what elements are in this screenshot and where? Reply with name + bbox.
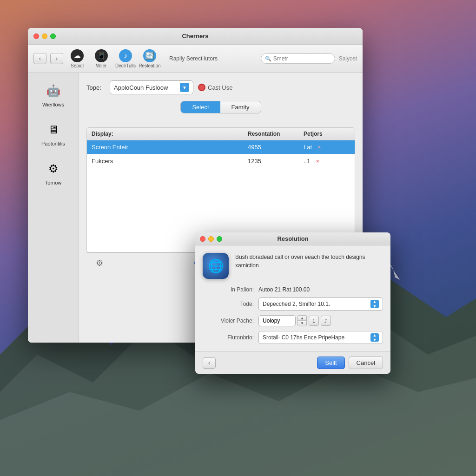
stepper-arrows: ▲ ▼ (298, 315, 307, 326)
maximize-button[interactable] (50, 33, 56, 39)
tornow-icon: ⚙ (44, 159, 63, 178)
stepper-icon-btn1[interactable]: 1 (309, 316, 319, 326)
cancel-button[interactable]: Cancel (349, 357, 383, 369)
dialog-traffic-lights (200, 236, 222, 242)
cast-icon (198, 84, 205, 91)
violer-pache-stepper-group: ▲ ▼ 1 ⤴ (258, 315, 331, 326)
tode-select-arrow-icon: ▲▼ (370, 300, 379, 308)
flutonbrio-row: Flutonbrio: Srotall· C0 17hs Ence PripeH… (203, 331, 383, 344)
sidebar-item-paotontilis[interactable]: 🖥 Paotontilis (33, 118, 74, 149)
toolbar-sepiol-button[interactable]: ☁ Sepiol (67, 48, 87, 69)
sepiol-icon: ☁ (71, 49, 84, 62)
stepper-down-button[interactable]: ▼ (298, 321, 306, 326)
search-bar[interactable]: 🔍 (261, 53, 335, 64)
flutonbrio-value: Srotall· C0 17hs Ence PripeHape (263, 334, 370, 341)
row1-display: Screon Enteir (92, 144, 248, 151)
seg-family-button[interactable]: Famity (220, 101, 261, 113)
table-row[interactable]: Fukcers 1235 ..1 × (87, 154, 355, 168)
tode-row: Tode: Depecched 2, Smiffor 10.1. ▲▼ (203, 298, 383, 311)
dialog-title: Resolution (277, 235, 308, 242)
segmented-control: Select Famity (180, 101, 261, 113)
dialog-footer: ‹ Sellt Cancel (195, 351, 390, 374)
window-title: Cherners (182, 33, 208, 40)
tode-select[interactable]: Depecched 2, Smiffor 10.1. ▲▼ (258, 298, 383, 311)
dialog-header-row: 🌐 Bush doradead call or oven eeach the t… (203, 253, 383, 279)
paotontilis-label: Paotontilis (41, 141, 65, 146)
sidebar: 🤖 Wierllows 🖥 Paotontilis ⚙ Tornow (28, 73, 79, 343)
search-icon: 🔍 (265, 56, 271, 62)
type-select-dropdown[interactable]: ApploCoun Fusloow ▼ (110, 80, 193, 94)
toolbar-resleation-button[interactable]: 🔄 Resleation (139, 48, 160, 69)
row1-remove-button[interactable]: × (317, 144, 321, 151)
cast-use-label: Cast Use (208, 84, 232, 91)
forward-nav-button[interactable]: › (50, 53, 63, 64)
wiler-icon: 📱 (95, 49, 108, 62)
raplly-button[interactable]: Raplly Serect·lutors (167, 54, 219, 63)
dialog-close-button[interactable] (200, 236, 205, 242)
violer-pache-label: Violer Pache: (203, 317, 254, 324)
main-window-titlebar: Cherners (28, 28, 363, 45)
in-palion-label: In Palion: (203, 286, 254, 293)
wiler-label: Wiler (96, 63, 107, 68)
type-value: ApploCoun Fusloow (114, 84, 177, 91)
in-palion-row: In Palion: Autoo 21 Rat 100.00 (203, 286, 383, 293)
dialog-body: 🌐 Bush doradead call or oven eeach the t… (195, 245, 390, 351)
row1-petjors-cell: Lat × (304, 144, 350, 151)
toolbar-declrtulls-button[interactable]: ♪ DeclrTulls (115, 48, 136, 69)
row2-petjors: ..1 (304, 158, 310, 165)
tode-label: Tode: (203, 301, 254, 307)
dialog-minimize-button[interactable] (208, 236, 214, 242)
sellt-button[interactable]: Sellt (317, 357, 344, 369)
paotontilis-icon: 🖥 (44, 120, 63, 139)
row2-remove-button[interactable]: × (316, 158, 319, 165)
flutonbrio-select-arrow-icon: ▲▼ (370, 333, 379, 342)
row2-display: Fukcers (92, 158, 248, 165)
dialog-maximize-button[interactable] (217, 236, 222, 242)
dialog-app-icon: 🌐 (203, 253, 229, 279)
row1-resolution: 4955 (248, 144, 304, 151)
dialog-titlebar: Resolution (195, 232, 390, 245)
table-header: Display: Resontation Petjors (87, 128, 355, 140)
toolbar: ‹ › ☁ Sepiol 📱 Wiler ♪ DeclrTulls 🔄 Resl… (28, 45, 363, 73)
type-row: Tope: ApploCoun Fusloow ▼ Cast Use (86, 80, 355, 94)
type-select-arrow-icon: ▼ (180, 83, 189, 92)
col-resolution-header: Resontation (248, 131, 304, 137)
resolution-dialog: Resolution 🌐 Bush doradead call or oven … (195, 232, 390, 374)
table-row[interactable]: Screon Enteir 4955 Lat × (87, 140, 355, 154)
violer-pache-row: Violer Pache: ▲ ▼ 1 ⤴ (203, 315, 383, 326)
sepiol-label: Sepiol (71, 63, 84, 68)
tode-value: Depecched 2, Smiffor 10.1. (263, 301, 370, 307)
flutonbrio-label: Flutonbrio: (203, 334, 254, 341)
violer-pache-input[interactable] (258, 315, 296, 326)
segmented-control-container: Select Famity (86, 101, 355, 121)
row2-petjors-cell: ..1 × (304, 158, 350, 165)
stepper-up-button[interactable]: ▲ (298, 316, 306, 321)
row1-petjors: Lat (304, 144, 312, 151)
stepper-icon-btn2[interactable]: ⤴ (321, 316, 331, 326)
in-palion-value: Autoo 21 Rat 100.00 (258, 286, 310, 293)
app-icon-glyph: 🌐 (208, 258, 224, 274)
row2-resolution: 1235 (248, 158, 304, 165)
flutonbrio-select[interactable]: Srotall· C0 17hs Ence PripeHape ▲▼ (258, 331, 383, 344)
sidebar-item-tornow[interactable]: ⚙ Tornow (33, 157, 74, 188)
type-label: Tope: (86, 84, 105, 91)
col-display-header: Display: (92, 131, 248, 137)
dialog-form: In Palion: Autoo 21 Rat 100.00 Tode: Dep… (203, 286, 383, 344)
toolbar-wiler-button[interactable]: 📱 Wiler (91, 48, 112, 69)
gear-button[interactable]: ⚙ (94, 258, 105, 269)
search-input[interactable] (273, 55, 331, 62)
resleation-icon: 🔄 (143, 49, 156, 62)
seg-select-button[interactable]: Select (181, 101, 220, 113)
close-button[interactable] (33, 33, 39, 39)
traffic-lights (33, 33, 56, 39)
dialog-app-description: Bush doradead call or oven eeach the tou… (235, 253, 383, 279)
minimize-button[interactable] (42, 33, 47, 39)
dialog-back-button[interactable]: ‹ (203, 357, 216, 369)
resleation-label: Resleation (139, 63, 160, 68)
toolbar-middle: Raplly Serect·lutors (167, 54, 219, 63)
back-nav-button[interactable]: ‹ (33, 53, 46, 64)
sidebar-item-windows[interactable]: 🤖 Wierllows (33, 79, 74, 110)
sahost-label: Salyost (339, 55, 357, 62)
cast-use-toggle[interactable]: Cast Use (198, 84, 232, 91)
declrtulls-label: DeclrTulls (115, 63, 136, 68)
